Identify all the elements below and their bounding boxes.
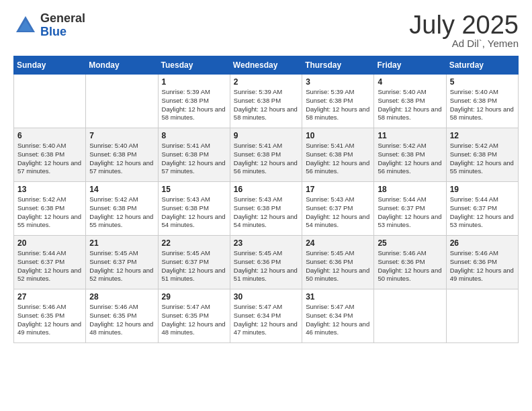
daylight-text: Daylight: 12 hours and 54 minutes. bbox=[306, 213, 370, 230]
day-info: Sunrise: 5:45 AMSunset: 6:36 PMDaylight:… bbox=[306, 249, 370, 283]
day-number: 19 bbox=[450, 185, 515, 194]
day-cell: 1Sunrise: 5:39 AMSunset: 6:38 PMDaylight… bbox=[158, 75, 230, 128]
sunset-text: Sunset: 6:38 PM bbox=[162, 97, 226, 105]
day-cell: 29Sunrise: 5:47 AMSunset: 6:35 PMDayligh… bbox=[158, 289, 230, 343]
title-block: July 2025 Ad Dil`, Yemen bbox=[409, 12, 519, 49]
day-info: Sunrise: 5:42 AMSunset: 6:38 PMDaylight:… bbox=[89, 195, 154, 230]
sunrise-text: Sunrise: 5:41 AM bbox=[234, 142, 298, 150]
day-number: 8 bbox=[162, 131, 226, 140]
sunrise-text: Sunrise: 5:44 AM bbox=[378, 195, 442, 204]
daylight-text: Daylight: 12 hours and 56 minutes. bbox=[234, 159, 298, 177]
daylight-text: Daylight: 12 hours and 58 minutes. bbox=[450, 105, 515, 123]
day-cell: 11Sunrise: 5:42 AMSunset: 6:38 PMDayligh… bbox=[374, 128, 446, 182]
day-cell: 25Sunrise: 5:46 AMSunset: 6:36 PMDayligh… bbox=[374, 236, 446, 289]
col-friday: Friday bbox=[374, 56, 446, 75]
sunrise-text: Sunrise: 5:44 AM bbox=[450, 195, 515, 204]
day-number: 29 bbox=[162, 292, 226, 302]
day-info: Sunrise: 5:43 AMSunset: 6:38 PMDaylight:… bbox=[162, 195, 226, 230]
sunrise-text: Sunrise: 5:40 AM bbox=[378, 88, 442, 97]
daylight-text: Daylight: 12 hours and 52 minutes. bbox=[17, 267, 82, 284]
day-number: 9 bbox=[234, 131, 298, 140]
day-cell: 22Sunrise: 5:45 AMSunset: 6:37 PMDayligh… bbox=[158, 236, 230, 289]
day-info: Sunrise: 5:42 AMSunset: 6:38 PMDaylight:… bbox=[450, 142, 515, 176]
sunset-text: Sunset: 6:38 PM bbox=[306, 97, 370, 105]
day-info: Sunrise: 5:41 AMSunset: 6:38 PMDaylight:… bbox=[162, 142, 226, 176]
sunset-text: Sunset: 6:38 PM bbox=[450, 97, 515, 105]
day-cell: 30Sunrise: 5:47 AMSunset: 6:34 PMDayligh… bbox=[230, 289, 302, 343]
day-number: 16 bbox=[234, 185, 298, 194]
day-cell: 21Sunrise: 5:45 AMSunset: 6:37 PMDayligh… bbox=[86, 236, 158, 289]
day-number: 30 bbox=[234, 292, 298, 302]
sunset-text: Sunset: 6:38 PM bbox=[450, 150, 515, 159]
day-number: 21 bbox=[89, 238, 154, 248]
sunrise-text: Sunrise: 5:41 AM bbox=[306, 142, 370, 150]
calendar-table: Sunday Monday Tuesday Wednesday Thursday… bbox=[13, 56, 519, 343]
day-cell: 17Sunrise: 5:43 AMSunset: 6:37 PMDayligh… bbox=[302, 182, 374, 236]
sunset-text: Sunset: 6:35 PM bbox=[162, 312, 226, 320]
logo-blue: Blue bbox=[40, 26, 85, 39]
col-thursday: Thursday bbox=[302, 56, 374, 75]
day-cell bbox=[446, 289, 518, 343]
sunset-text: Sunset: 6:34 PM bbox=[306, 312, 370, 320]
daylight-text: Daylight: 12 hours and 52 minutes. bbox=[89, 267, 154, 284]
day-info: Sunrise: 5:39 AMSunset: 6:38 PMDaylight:… bbox=[234, 88, 298, 122]
sunrise-text: Sunrise: 5:46 AM bbox=[89, 303, 154, 312]
sunset-text: Sunset: 6:37 PM bbox=[89, 258, 154, 267]
day-cell: 4Sunrise: 5:40 AMSunset: 6:38 PMDaylight… bbox=[374, 75, 446, 128]
logo-icon bbox=[13, 13, 38, 38]
sunrise-text: Sunrise: 5:46 AM bbox=[378, 249, 442, 258]
day-info: Sunrise: 5:46 AMSunset: 6:35 PMDaylight:… bbox=[17, 303, 82, 337]
day-cell: 12Sunrise: 5:42 AMSunset: 6:38 PMDayligh… bbox=[446, 128, 518, 182]
day-info: Sunrise: 5:46 AMSunset: 6:36 PMDaylight:… bbox=[450, 249, 515, 283]
day-cell: 13Sunrise: 5:42 AMSunset: 6:38 PMDayligh… bbox=[14, 182, 86, 236]
day-number: 31 bbox=[306, 292, 370, 302]
day-number: 25 bbox=[378, 238, 442, 248]
day-number: 26 bbox=[450, 238, 515, 248]
week-row-3: 13Sunrise: 5:42 AMSunset: 6:38 PMDayligh… bbox=[14, 182, 519, 236]
sunrise-text: Sunrise: 5:45 AM bbox=[89, 249, 154, 258]
daylight-text: Daylight: 12 hours and 55 minutes. bbox=[89, 213, 154, 230]
day-cell: 9Sunrise: 5:41 AMSunset: 6:38 PMDaylight… bbox=[230, 128, 302, 182]
sunrise-text: Sunrise: 5:42 AM bbox=[89, 195, 154, 204]
day-number: 5 bbox=[450, 77, 515, 87]
day-cell: 10Sunrise: 5:41 AMSunset: 6:38 PMDayligh… bbox=[302, 128, 374, 182]
logo: General Blue bbox=[13, 12, 85, 39]
day-info: Sunrise: 5:40 AMSunset: 6:38 PMDaylight:… bbox=[450, 88, 515, 122]
sunset-text: Sunset: 6:38 PM bbox=[378, 97, 442, 105]
sunset-text: Sunset: 6:37 PM bbox=[17, 258, 82, 267]
daylight-text: Daylight: 12 hours and 56 minutes. bbox=[306, 159, 370, 177]
day-cell: 26Sunrise: 5:46 AMSunset: 6:36 PMDayligh… bbox=[446, 236, 518, 289]
day-number: 17 bbox=[306, 185, 370, 194]
sunset-text: Sunset: 6:36 PM bbox=[234, 258, 298, 267]
sunrise-text: Sunrise: 5:39 AM bbox=[306, 88, 370, 97]
daylight-text: Daylight: 12 hours and 57 minutes. bbox=[89, 159, 154, 177]
day-info: Sunrise: 5:47 AMSunset: 6:35 PMDaylight:… bbox=[162, 303, 226, 337]
day-cell bbox=[374, 289, 446, 343]
sunrise-text: Sunrise: 5:47 AM bbox=[162, 303, 226, 312]
daylight-text: Daylight: 12 hours and 53 minutes. bbox=[378, 213, 442, 230]
day-info: Sunrise: 5:39 AMSunset: 6:38 PMDaylight:… bbox=[306, 88, 370, 122]
sunset-text: Sunset: 6:37 PM bbox=[378, 204, 442, 213]
sunrise-text: Sunrise: 5:39 AM bbox=[162, 88, 226, 97]
day-number: 12 bbox=[450, 131, 515, 140]
day-cell: 3Sunrise: 5:39 AMSunset: 6:38 PMDaylight… bbox=[302, 75, 374, 128]
daylight-text: Daylight: 12 hours and 54 minutes. bbox=[162, 213, 226, 230]
daylight-text: Daylight: 12 hours and 55 minutes. bbox=[450, 159, 515, 177]
day-cell: 7Sunrise: 5:40 AMSunset: 6:38 PMDaylight… bbox=[86, 128, 158, 182]
day-info: Sunrise: 5:43 AMSunset: 6:37 PMDaylight:… bbox=[306, 195, 370, 230]
day-cell: 5Sunrise: 5:40 AMSunset: 6:38 PMDaylight… bbox=[446, 75, 518, 128]
daylight-text: Daylight: 12 hours and 58 minutes. bbox=[234, 105, 298, 123]
daylight-text: Daylight: 12 hours and 58 minutes. bbox=[378, 105, 442, 123]
col-wednesday: Wednesday bbox=[230, 56, 302, 75]
sunset-text: Sunset: 6:37 PM bbox=[306, 204, 370, 213]
sunrise-text: Sunrise: 5:43 AM bbox=[234, 195, 298, 204]
sunrise-text: Sunrise: 5:45 AM bbox=[234, 249, 298, 258]
day-number: 24 bbox=[306, 238, 370, 248]
sunrise-text: Sunrise: 5:40 AM bbox=[89, 142, 154, 150]
day-number: 1 bbox=[162, 77, 226, 87]
day-number: 3 bbox=[306, 77, 370, 87]
day-info: Sunrise: 5:42 AMSunset: 6:38 PMDaylight:… bbox=[17, 195, 82, 230]
sunset-text: Sunset: 6:36 PM bbox=[378, 258, 442, 267]
day-number: 15 bbox=[162, 185, 226, 194]
col-monday: Monday bbox=[86, 56, 158, 75]
